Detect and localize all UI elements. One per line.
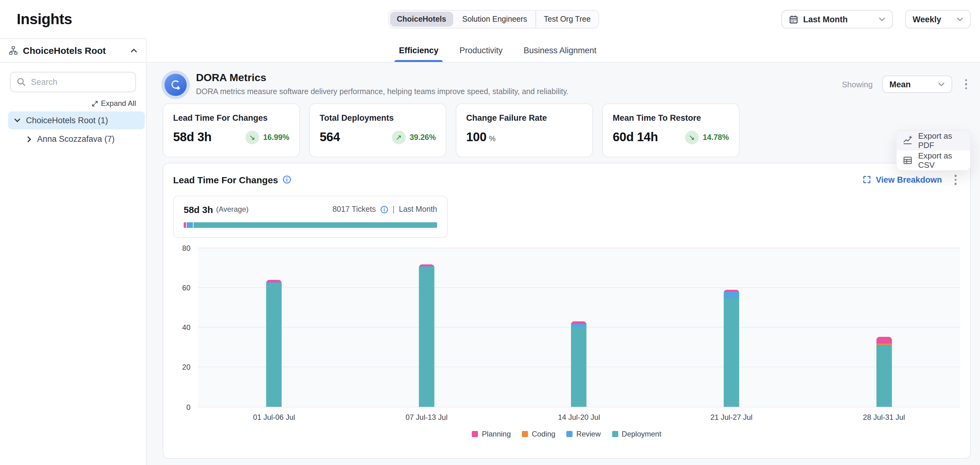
expand-all-icon	[92, 100, 99, 107]
bar-column[interactable]	[808, 248, 960, 407]
tree-item-choicehotels-root[interactable]: ChoiceHotels Root (1)	[8, 112, 145, 129]
export-csv-label: Export as CSV	[918, 151, 964, 169]
info-icon[interactable]	[380, 205, 388, 213]
bar-segment-deployment	[266, 283, 282, 407]
y-axis: 020406080	[173, 248, 198, 407]
tab-productivity[interactable]: Productivity	[460, 38, 503, 62]
metric-card-lead-time: Lead Time For Changes 58d 3h ↘ 16.99%	[162, 104, 300, 157]
aggregation-dropdown[interactable]: Mean	[882, 75, 952, 93]
bar-segment-review	[724, 292, 739, 299]
metric-value: 60d 14h	[613, 130, 658, 144]
separator: |	[393, 205, 395, 214]
bar-segment-planning	[266, 280, 282, 282]
org-tree-sidebar: ChoiceHotels Root Expand All	[0, 38, 146, 465]
date-range-value: Last Month	[803, 14, 873, 24]
average-value: 58d 3h	[184, 204, 213, 214]
stacked-bar	[419, 264, 434, 407]
x-tick-label: 14 Jul-20 Jul	[503, 413, 655, 421]
org-tree-icon	[9, 46, 18, 55]
metric-value: 58d 3h	[173, 130, 212, 144]
distribution-segment-planning	[184, 222, 187, 227]
panel-actions: View Breakdown	[863, 172, 960, 187]
chevron-down-icon	[956, 17, 963, 21]
info-icon[interactable]	[283, 176, 291, 184]
chart-plot	[198, 248, 960, 407]
chevron-down-icon	[14, 118, 21, 123]
dora-header: DORA Metrics DORA metrics measure softwa…	[146, 62, 980, 96]
chevron-right-icon	[27, 136, 32, 142]
legend-swatch	[612, 431, 618, 437]
stacked-bar	[876, 337, 892, 407]
y-tick-label: 0	[186, 403, 191, 411]
bar-column[interactable]	[350, 248, 503, 407]
metric-title: Lead Time For Changes	[173, 113, 290, 123]
date-range-dropdown[interactable]: Last Month	[781, 10, 893, 29]
view-breakdown-button[interactable]: View Breakdown	[863, 175, 942, 184]
search-container	[10, 72, 136, 92]
collapse-sidebar-icon[interactable]	[130, 48, 137, 53]
x-tick-label: 01 Jul-06 Jul	[198, 413, 350, 421]
bar-segment-deployment	[419, 267, 434, 407]
bar-segment-review	[571, 324, 587, 327]
legend-item-planning[interactable]: Planning	[472, 430, 511, 438]
legend-item-deployment[interactable]: Deployment	[612, 430, 661, 438]
delta-value: 16.99%	[263, 133, 290, 142]
dora-description: DORA metrics measure software delivery p…	[196, 87, 568, 96]
dora-text: DORA Metrics DORA metrics measure softwa…	[196, 72, 568, 96]
stacked-bar	[266, 280, 282, 407]
expand-all-link[interactable]: Expand All	[92, 99, 136, 108]
bar-column[interactable]	[198, 248, 350, 407]
metric-title: Change Failure Rate	[466, 113, 582, 123]
stacked-bar	[571, 321, 587, 407]
search-input[interactable]	[10, 72, 136, 92]
panel-kebab-menu[interactable]	[951, 172, 960, 187]
app-window: Insights ChoiceHotels Solution Engineers…	[0, 0, 980, 465]
view-breakdown-label: View Breakdown	[876, 175, 942, 184]
y-tick-label: 60	[182, 284, 191, 292]
bar-segment-deployment	[724, 299, 739, 407]
showing-label: Showing	[842, 80, 873, 89]
org-tab-test-org-tree[interactable]: Test Org Tree	[536, 11, 598, 28]
header-controls: Last Month Weekly	[781, 10, 971, 29]
legend-label: Coding	[532, 430, 555, 438]
delta-value: 39.26%	[410, 133, 436, 142]
top-header: Insights ChoiceHotels Solution Engineers…	[0, 0, 980, 38]
metric-cards: Lead Time For Changes 58d 3h ↘ 16.99% To…	[146, 96, 980, 157]
org-tab-choicehotels[interactable]: ChoiceHotels	[390, 12, 453, 27]
export-menu: Export as PDF Export as CSV	[896, 130, 971, 171]
lead-time-panel: Lead Time For Changes View Breakdown	[162, 163, 971, 459]
org-tab-solution-engineers[interactable]: Solution Engineers	[454, 11, 536, 28]
dora-kebab-menu[interactable]	[961, 77, 971, 92]
chart-legend: PlanningCodingReviewDeployment	[173, 430, 960, 438]
search-icon	[16, 77, 26, 87]
export-csv-item[interactable]: Export as CSV	[897, 150, 970, 170]
stacked-bar	[724, 290, 739, 407]
tree-item-anna-scozzafava[interactable]: Anna Scozzafava (7)	[8, 130, 145, 148]
period-label: Last Month	[399, 205, 437, 214]
legend-item-coding[interactable]: Coding	[522, 430, 555, 438]
bar-column[interactable]	[503, 248, 655, 407]
delta-value: 14.78%	[703, 133, 729, 142]
table-icon	[903, 155, 913, 165]
legend-swatch	[566, 431, 573, 437]
granularity-value: Weekly	[913, 14, 951, 24]
granularity-dropdown[interactable]: Weekly	[905, 10, 971, 29]
phase-distribution-bar	[184, 222, 437, 227]
bar-column[interactable]	[655, 248, 808, 407]
bar-segment-deployment	[571, 327, 587, 407]
tab-business-alignment[interactable]: Business Alignment	[524, 38, 597, 62]
x-tick-label: 07 Jul-13 Jul	[350, 413, 503, 421]
legend-item-review[interactable]: Review	[566, 430, 601, 438]
tab-efficiency[interactable]: Efficiency	[399, 38, 439, 62]
main-tabs: Efficiency Productivity Business Alignme…	[146, 38, 980, 62]
sidebar-title: ChoiceHotels Root	[23, 45, 106, 56]
export-pdf-item[interactable]: Export as PDF	[897, 131, 970, 150]
page-title: Insights	[17, 11, 388, 28]
lead-time-chart: 020406080 01 Jul-06 Jul07 Jul-13 Jul14 J…	[173, 248, 960, 438]
aggregation-value: Mean	[889, 80, 933, 89]
distribution-segment-review	[187, 222, 193, 227]
trend-up-icon: ↗	[392, 130, 405, 144]
metric-card-total-deployments: Total Deployments 564 ↗ 39.26%	[309, 104, 446, 157]
bar-segment-planning	[571, 321, 587, 324]
tree-item-label: ChoiceHotels Root (1)	[26, 116, 108, 125]
